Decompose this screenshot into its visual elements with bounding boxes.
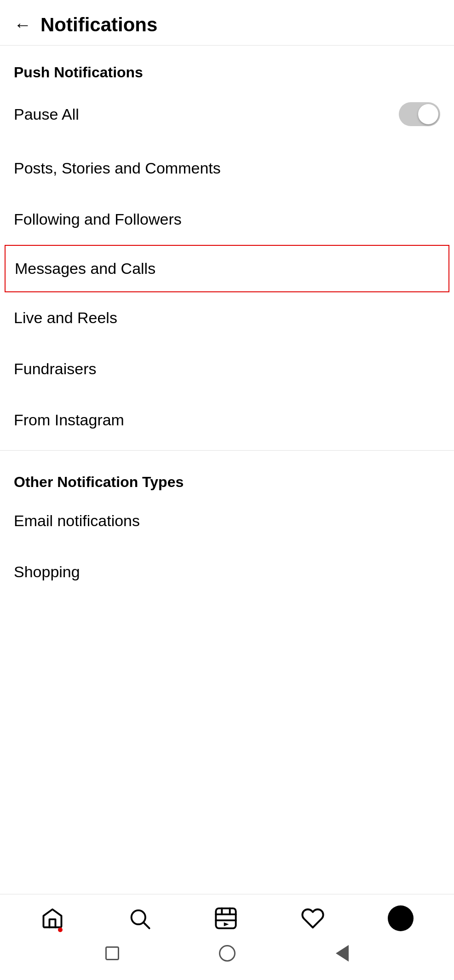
toggle-knob bbox=[418, 104, 438, 124]
android-recent-button[interactable] bbox=[105, 946, 119, 960]
nav-activity-button[interactable] bbox=[301, 906, 325, 930]
pause-all-item[interactable]: Pause All bbox=[0, 86, 454, 143]
shopping-label: Shopping bbox=[14, 563, 80, 581]
nav-home-button[interactable] bbox=[40, 906, 64, 930]
shopping-item[interactable]: Shopping bbox=[0, 546, 454, 597]
email-notifications-item[interactable]: Email notifications bbox=[0, 495, 454, 546]
android-back-button[interactable] bbox=[336, 945, 349, 962]
home-icon bbox=[40, 906, 64, 930]
android-nav-bar bbox=[0, 936, 454, 971]
search-icon bbox=[127, 906, 151, 930]
heart-icon bbox=[301, 906, 325, 930]
messages-calls-item[interactable]: Messages and Calls bbox=[5, 245, 449, 292]
following-followers-item[interactable]: Following and Followers bbox=[0, 194, 454, 245]
back-button[interactable]: ← bbox=[14, 15, 31, 35]
live-reels-item[interactable]: Live and Reels bbox=[0, 292, 454, 343]
svg-marker-7 bbox=[224, 922, 229, 927]
nav-search-button[interactable] bbox=[127, 906, 151, 930]
following-followers-label: Following and Followers bbox=[14, 210, 182, 228]
other-notifications-section: Other Notification Types Email notificat… bbox=[0, 455, 454, 597]
posts-stories-item[interactable]: Posts, Stories and Comments bbox=[0, 143, 454, 194]
nav-icons-row bbox=[0, 894, 454, 936]
reels-icon bbox=[214, 906, 238, 930]
bottom-nav bbox=[0, 894, 454, 980]
fundraisers-label: Fundraisers bbox=[14, 360, 97, 378]
profile-avatar bbox=[388, 905, 414, 931]
home-notification-dot bbox=[58, 928, 63, 932]
messages-calls-label: Messages and Calls bbox=[15, 260, 155, 278]
nav-profile-button[interactable] bbox=[388, 905, 414, 931]
live-reels-label: Live and Reels bbox=[14, 309, 117, 327]
main-content: Push Notifications Pause All Posts, Stor… bbox=[0, 46, 454, 894]
push-notifications-label: Push Notifications bbox=[0, 46, 454, 86]
fundraisers-item[interactable]: Fundraisers bbox=[0, 343, 454, 394]
section-divider bbox=[0, 450, 454, 451]
from-instagram-label: From Instagram bbox=[14, 411, 124, 429]
pause-all-toggle[interactable] bbox=[399, 102, 440, 126]
push-notifications-section: Push Notifications Pause All Posts, Stor… bbox=[0, 46, 454, 446]
posts-stories-label: Posts, Stories and Comments bbox=[14, 159, 221, 177]
from-instagram-item[interactable]: From Instagram bbox=[0, 394, 454, 446]
android-home-button[interactable] bbox=[219, 945, 236, 962]
other-notifications-label: Other Notification Types bbox=[0, 455, 454, 495]
email-notifications-label: Email notifications bbox=[14, 512, 140, 530]
page-title: Notifications bbox=[40, 14, 157, 36]
svg-line-1 bbox=[144, 923, 149, 928]
pause-all-label: Pause All bbox=[14, 105, 79, 123]
nav-reels-button[interactable] bbox=[214, 906, 238, 930]
header: ← Notifications bbox=[0, 0, 454, 46]
